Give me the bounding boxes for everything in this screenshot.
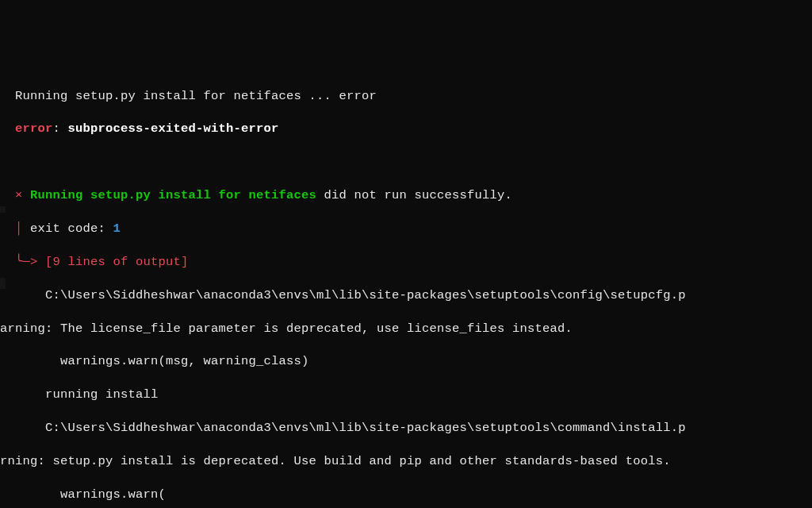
output-line: │ exit code: 1 [0, 221, 812, 237]
output-line: C:\Users\Siddheshwar\anaconda3\envs\ml\l… [0, 420, 812, 437]
error-label: error [0, 121, 53, 136]
output-line: running install [0, 387, 812, 403]
output-line: warnings.warn(msg, warning_class) [0, 353, 812, 370]
scrollbar[interactable] [0, 0, 6, 508]
error-code: subprocess-exited-with-error [68, 121, 279, 136]
exit-code-value: 1 [113, 221, 121, 236]
text: Running setup.py install for netifaces .… [0, 89, 339, 103]
scrollbar-thumb[interactable] [0, 278, 6, 289]
output-line: Running setup.py install for netifaces .… [0, 88, 812, 105]
text: : [53, 121, 68, 136]
output-header: [9 lines of output] [45, 255, 189, 269]
output-line: C:\Users\Siddheshwar\anaconda3\envs\ml\l… [0, 287, 812, 304]
status-error: error [339, 89, 377, 103]
scrollbar-thumb[interactable] [0, 206, 6, 213]
blank-line [0, 154, 812, 171]
tree-branch-icon: ╰─> [0, 255, 45, 269]
text: did not run successfully. [316, 188, 512, 202]
output-line: rning: setup.py install is deprecated. U… [0, 453, 812, 470]
text: exit code: [30, 221, 113, 236]
command-text: Running setup.py install for netifaces [30, 188, 316, 202]
output-line: error: subprocess-exited-with-error [0, 121, 812, 137]
output-line: arning: The license_file parameter is de… [0, 321, 812, 337]
output-line: ╰─> [9 lines of output] [0, 254, 812, 271]
terminal-output: Running setup.py install for netifaces .… [0, 71, 812, 508]
output-line: × Running setup.py install for netifaces… [0, 187, 812, 204]
output-line: warnings.warn( [0, 487, 812, 503]
